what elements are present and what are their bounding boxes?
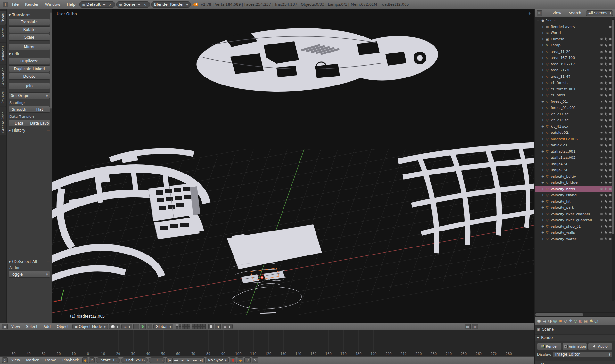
timeline-menu-playback[interactable]: Playback bbox=[60, 357, 81, 363]
outliner-row[interactable]: + ▽ c1_forest. bbox=[535, 80, 615, 86]
shade-smooth-button[interactable]: Smooth bbox=[9, 106, 29, 113]
eye-icon[interactable] bbox=[599, 193, 603, 197]
object-name[interactable]: valocity_hotel bbox=[551, 187, 575, 191]
edit-panel-header[interactable]: ▼ Edit ⋯ bbox=[9, 52, 50, 56]
outliner-row[interactable]: + ▽ forest_01. bbox=[535, 99, 615, 105]
panel-drag-dots-icon[interactable]: ⋯ bbox=[47, 53, 50, 56]
expander-icon[interactable]: + bbox=[540, 162, 545, 166]
cursor-icon[interactable] bbox=[604, 162, 608, 166]
toolshelf-tab-create[interactable]: Create bbox=[0, 25, 6, 42]
expander-icon[interactable]: + bbox=[540, 200, 545, 203]
panel-drag-dots-icon[interactable]: ⋯ bbox=[47, 129, 50, 132]
layer-toggle[interactable] bbox=[187, 324, 190, 327]
expander-icon[interactable]: + bbox=[540, 118, 545, 122]
cursor-icon[interactable] bbox=[604, 231, 608, 235]
translate-button[interactable]: Translate bbox=[9, 19, 50, 25]
cursor-icon[interactable] bbox=[604, 87, 608, 91]
eye-icon[interactable] bbox=[599, 106, 603, 109]
manipulator-translate-icon[interactable]: + bbox=[133, 324, 139, 329]
layer-toggle[interactable] bbox=[200, 324, 203, 327]
action-dropdown[interactable]: Toggle ▲▼ bbox=[9, 271, 50, 278]
expander-icon[interactable]: + bbox=[540, 25, 545, 28]
toolshelf-tab-grease-pencil[interactable]: Grease Pencil bbox=[0, 107, 6, 135]
snap-magnet-icon[interactable]: ∩ bbox=[215, 324, 221, 329]
outliner-row[interactable]: + ▽ valocity_boltiv bbox=[535, 174, 615, 180]
duplicate-linked-button[interactable]: Duplicate Linked bbox=[9, 65, 50, 72]
outliner-editor-icon[interactable]: ≡ bbox=[537, 10, 542, 16]
viewport-menu-select[interactable]: Select bbox=[23, 324, 40, 329]
cursor-icon[interactable] bbox=[604, 50, 608, 53]
decrement-icon[interactable]: ‹ bbox=[151, 359, 152, 362]
eye-icon[interactable] bbox=[599, 62, 603, 66]
outliner-row[interactable]: + ▽ area_191-217 bbox=[535, 61, 615, 68]
cursor-icon[interactable] bbox=[604, 112, 608, 116]
outliner-row[interactable]: + ▽ valocity_river_channel bbox=[535, 211, 615, 217]
duplicate-button[interactable]: Duplicate bbox=[9, 58, 50, 64]
expander-icon[interactable]: + bbox=[540, 231, 545, 234]
menu-file[interactable]: File bbox=[10, 2, 21, 7]
play-reverse-button[interactable]: ◀ bbox=[179, 357, 185, 363]
prev-keyframe-button[interactable]: ◀◀ bbox=[173, 357, 179, 363]
object-name[interactable]: utalja7.SC bbox=[551, 168, 569, 172]
cursor-icon[interactable] bbox=[604, 187, 608, 191]
cursor-icon[interactable] bbox=[604, 206, 608, 210]
outliner-row[interactable]: + ◎ World bbox=[535, 30, 615, 36]
increment-icon[interactable]: › bbox=[116, 359, 118, 362]
eye-icon[interactable] bbox=[599, 93, 603, 97]
eye-icon[interactable] bbox=[599, 237, 603, 241]
expander-icon[interactable]: + bbox=[540, 237, 545, 241]
outliner-row[interactable]: + ▽ area_31-47 bbox=[535, 74, 615, 80]
properties-tab-scene[interactable]: ◑ bbox=[548, 319, 552, 323]
timeline-ruler[interactable]: -50-40-30-20-100102030405060708090100110… bbox=[0, 330, 534, 357]
cursor-icon[interactable] bbox=[604, 44, 608, 47]
expander-icon[interactable]: + bbox=[540, 56, 545, 60]
layer-toggle[interactable] bbox=[197, 324, 200, 327]
outliner-row[interactable]: + ▽ valocity_river_guardrail bbox=[535, 217, 615, 223]
jump-to-end-button[interactable]: ▶| bbox=[198, 357, 205, 363]
viewport-3d-canvas[interactable] bbox=[52, 9, 534, 323]
object-name[interactable]: c1_phys bbox=[551, 93, 565, 97]
outliner-row[interactable]: + ▽ roadtest12.005 bbox=[535, 136, 615, 142]
eye-icon[interactable] bbox=[599, 225, 603, 228]
viewport-menu-add[interactable]: Add bbox=[41, 324, 53, 329]
expander-icon[interactable]: + bbox=[540, 150, 545, 153]
info-editor-icon[interactable]: i bbox=[3, 2, 8, 7]
object-name[interactable]: c1_forest. bbox=[551, 81, 568, 85]
outliner-row[interactable]: + ▽ forest_01..001 bbox=[535, 105, 615, 111]
eye-icon[interactable] bbox=[599, 125, 603, 128]
cursor-icon[interactable] bbox=[604, 125, 608, 128]
object-name[interactable]: forest_01. bbox=[551, 100, 568, 104]
properties-tab-object[interactable]: ▣ bbox=[558, 319, 562, 323]
expander-icon[interactable]: + bbox=[540, 62, 545, 66]
outliner-row[interactable]: + ▽ kit_217.sc bbox=[535, 111, 615, 117]
expander-icon[interactable]: + bbox=[540, 212, 545, 216]
viewport-menu-view[interactable]: View bbox=[9, 324, 22, 329]
editor-type-icon[interactable]: ▦ bbox=[2, 324, 8, 329]
outliner-row[interactable]: + ▽ c1_forest..001 bbox=[535, 86, 615, 93]
outliner-row[interactable]: + ▽ utalja7.SC bbox=[535, 167, 615, 174]
toolshelf-tab-physics[interactable]: Physics bbox=[0, 88, 6, 107]
object-name[interactable]: area_191-217 bbox=[551, 62, 575, 66]
object-name[interactable]: RenderLayers bbox=[551, 25, 575, 29]
toolshelf-tab-relations[interactable]: Relations bbox=[0, 43, 6, 64]
expander-icon[interactable]: + bbox=[540, 81, 545, 85]
object-name[interactable]: Scene bbox=[546, 18, 557, 22]
expander-icon[interactable]: + bbox=[540, 100, 545, 103]
expander-icon[interactable]: + bbox=[540, 106, 545, 109]
increment-icon[interactable]: › bbox=[144, 359, 145, 362]
render-engine-selector[interactable]: Blender Render ▲▼ bbox=[151, 1, 191, 8]
object-name[interactable]: valocity_kit bbox=[551, 199, 570, 204]
eye-icon[interactable] bbox=[599, 156, 603, 159]
object-name[interactable]: kit_218.sc bbox=[551, 118, 569, 122]
render-animation-button[interactable]: Animation bbox=[562, 343, 587, 350]
expander-icon[interactable]: + bbox=[540, 143, 545, 147]
expander-icon[interactable]: + bbox=[540, 168, 545, 172]
current-frame-marker[interactable] bbox=[90, 330, 90, 356]
eye-icon[interactable] bbox=[599, 118, 603, 122]
transform-orientation-dropdown[interactable]: Global ▲▼ bbox=[153, 324, 173, 329]
eye-icon[interactable] bbox=[599, 181, 603, 184]
render-opengl-image-icon[interactable]: ▤ bbox=[465, 324, 471, 329]
expander-icon[interactable]: + bbox=[540, 125, 545, 128]
properties-tab-texture[interactable]: ▦ bbox=[584, 319, 588, 323]
layer-toggle[interactable] bbox=[184, 324, 187, 327]
